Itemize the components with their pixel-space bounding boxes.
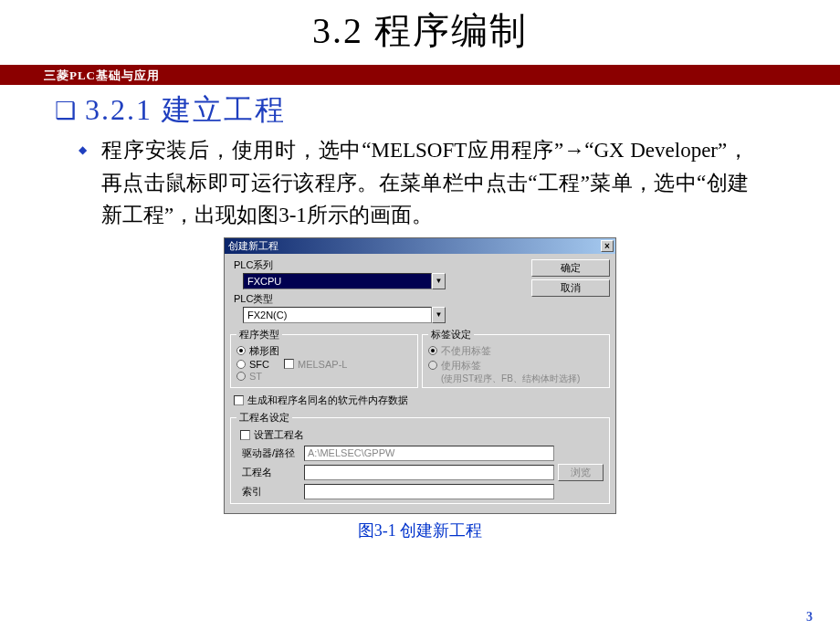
proj-name-group: 工程名设定 设置工程名 驱动器/路径 A:\MELSEC\GPPW 工程名 浏览… xyxy=(230,411,610,504)
band-text: 三菱PLC基础与应用 xyxy=(44,68,160,84)
figure-caption: 图3-1 创建新工程 xyxy=(0,520,840,541)
radio-ladder[interactable]: 梯形图 xyxy=(236,344,412,358)
set-proj-label: 设置工程名 xyxy=(254,428,304,442)
body-bullet: ◆ 程序安装后，使用时，选中“MELSOFT应用程序”→“GX Develope… xyxy=(79,134,749,232)
slide-title-block: 3.2 程序编制 xyxy=(0,0,840,56)
section-icon: ❑ xyxy=(55,97,76,125)
prog-type-legend: 程序类型 xyxy=(236,328,282,341)
section-heading: ❑ 3.2.1 建立工程 xyxy=(55,90,840,131)
proj-label: 工程名 xyxy=(242,466,300,479)
radio-tag-none: 不使用标签 xyxy=(428,344,604,358)
proj-name-legend: 工程名设定 xyxy=(236,411,292,425)
tag-legend: 标签设定 xyxy=(428,328,474,341)
plc-type-value[interactable] xyxy=(243,307,432,323)
radio-icon[interactable] xyxy=(236,360,246,369)
plc-type-combo[interactable]: ▼ xyxy=(243,307,446,323)
set-proj-checkbox[interactable] xyxy=(240,430,250,440)
proj-field[interactable] xyxy=(304,465,554,480)
tag-group: 标签设定 不使用标签 使用标签 (使用ST程序、FB、结构体时选择) xyxy=(422,328,610,388)
radio-tag-use: 使用标签 xyxy=(428,359,604,373)
close-icon[interactable]: × xyxy=(601,240,614,252)
dialog-title: 创建新工程 xyxy=(228,239,278,253)
dialog-titlebar[interactable]: 创建新工程 × xyxy=(225,238,615,254)
slide-title: 3.2 程序编制 xyxy=(312,10,528,51)
gen-checkbox[interactable] xyxy=(234,395,244,405)
tag-none-label: 不使用标签 xyxy=(441,344,491,358)
radio-st: ST xyxy=(236,371,412,382)
radio-ladder-label: 梯形图 xyxy=(249,344,279,358)
path-field[interactable]: A:\MELSEC\GPPW xyxy=(304,446,554,461)
gen-row[interactable]: 生成和程序名同名的软元件内存数据 xyxy=(234,394,610,407)
melsap-checkbox[interactable] xyxy=(284,359,294,369)
prog-type-group: 程序类型 梯形图 SFC MELSAP-L ST xyxy=(230,328,418,388)
body-paragraph: 程序安装后，使用时，选中“MELSOFT应用程序”→“GX Developer”… xyxy=(101,134,749,232)
chevron-down-icon[interactable]: ▼ xyxy=(432,307,446,323)
gen-label: 生成和程序名同名的软元件内存数据 xyxy=(247,394,408,407)
bullet-icon: ◆ xyxy=(79,143,87,157)
radio-icon xyxy=(428,346,437,355)
radio-sfc-label: SFC xyxy=(249,359,269,370)
dialog-body: PLC系列 ▼ PLC类型 ▼ 确定 取消 xyxy=(225,254,615,513)
radio-icon xyxy=(428,361,437,370)
tag-use-label: 使用标签 xyxy=(441,359,481,373)
dialog-figure: 创建新工程 × PLC系列 ▼ PLC类型 ▼ 确定 xyxy=(224,237,616,514)
index-label: 索引 xyxy=(242,485,300,499)
page-number: 3 xyxy=(806,610,813,625)
cancel-button[interactable]: 取消 xyxy=(531,279,610,297)
melsap-label: MELSAP-L xyxy=(298,359,347,370)
plc-type-label: PLC类型 xyxy=(234,292,531,306)
radio-icon xyxy=(236,372,246,381)
plc-series-combo[interactable]: ▼ xyxy=(243,273,446,289)
radio-icon[interactable] xyxy=(236,346,246,355)
red-band: 三菱PLC基础与应用 xyxy=(0,65,840,85)
plc-series-value[interactable] xyxy=(243,273,432,289)
path-label: 驱动器/路径 xyxy=(242,446,300,460)
radio-sfc[interactable]: SFC MELSAP-L xyxy=(236,359,412,370)
ok-button[interactable]: 确定 xyxy=(531,259,610,277)
plc-series-label: PLC系列 xyxy=(234,258,531,272)
index-field[interactable] xyxy=(304,484,554,499)
browse-button[interactable]: 浏览 xyxy=(558,464,604,481)
dialog-window: 创建新工程 × PLC系列 ▼ PLC类型 ▼ 确定 xyxy=(224,237,616,514)
radio-st-label: ST xyxy=(249,371,262,382)
section-title: 3.2.1 建立工程 xyxy=(85,90,286,131)
chevron-down-icon[interactable]: ▼ xyxy=(432,273,446,289)
tag-note: (使用ST程序、FB、结构体时选择) xyxy=(441,373,604,383)
set-proj-row[interactable]: 设置工程名 xyxy=(240,428,604,442)
